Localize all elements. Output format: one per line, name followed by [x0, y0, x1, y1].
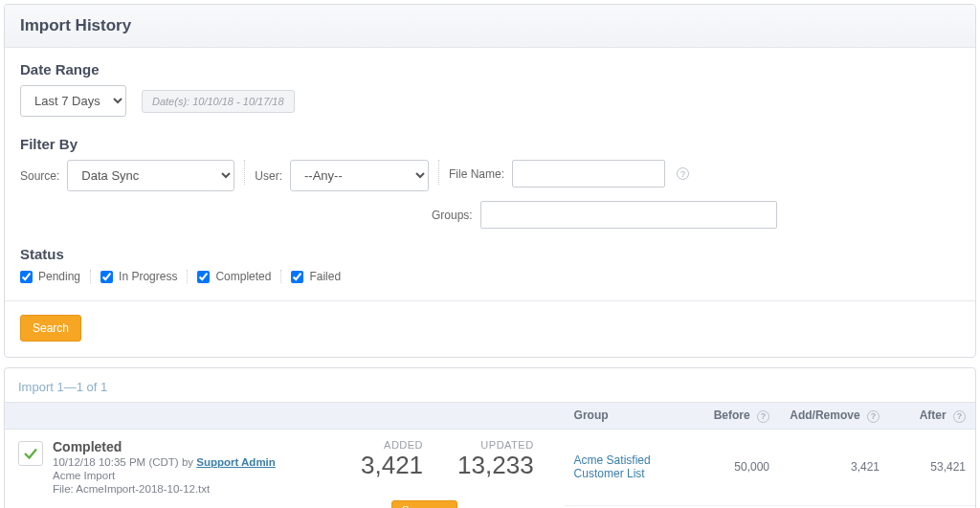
status-completed[interactable]: Completed: [197, 270, 271, 283]
after-cell: 53,421: [889, 429, 975, 505]
group-link[interactable]: Acme Satisfied Customer List: [574, 453, 651, 480]
failed-text: Failed: [309, 270, 341, 283]
help-icon[interactable]: ?: [757, 410, 769, 423]
date-range-select[interactable]: Last 7 Days: [20, 85, 126, 117]
groups-label: Groups:: [432, 209, 473, 222]
date-range-row: Last 7 Days Date(s): 10/10/18 - 10/17/18: [20, 85, 960, 117]
import-author[interactable]: Support Admin: [196, 456, 276, 468]
spacer-header: [5, 403, 565, 430]
import-meta: 10/12/18 10:35 PM (CDT) by Support Admin: [53, 456, 276, 468]
col-before: Before ?: [693, 403, 779, 430]
added-label: ADDED: [361, 439, 423, 451]
failed-checkbox[interactable]: [291, 271, 303, 283]
group-table: Group Before ? Add/Remove ? After ?: [5, 402, 975, 508]
col-after: After ?: [889, 403, 975, 430]
search-button[interactable]: Search: [20, 315, 81, 342]
separator: [187, 270, 188, 283]
help-icon[interactable]: ?: [677, 167, 689, 180]
col-addremove-text: Add/Remove: [790, 409, 859, 422]
results-panel: Import 1—1 of 1 Group Before ? Add/Remov…: [4, 367, 976, 508]
separator: [280, 270, 281, 283]
page-title: Import History: [20, 16, 960, 35]
addremove-cell: 3,421: [779, 429, 889, 505]
import-timestamp: 10/12/18 10:35 PM (CDT): [53, 456, 182, 468]
table-header-row: Group Before ? Add/Remove ? After ?: [5, 403, 975, 430]
status-pending[interactable]: Pending: [20, 270, 80, 283]
col-after-text: After: [920, 409, 947, 422]
source-filter: Source: Data Sync: [20, 160, 234, 191]
results-title: Import 1—1 of 1: [5, 368, 975, 402]
user-filter: User: --Any--: [255, 160, 429, 191]
filters-body: Date Range Last 7 Days Date(s): 10/10/18…: [5, 48, 975, 357]
import-history-panel: Import History Date Range Last 7 Days Da…: [4, 4, 976, 358]
filename-label: File Name:: [449, 167, 504, 181]
status-row: Pending In Progress Completed Failed: [20, 270, 960, 283]
status-failed[interactable]: Failed: [291, 270, 341, 283]
group-row: Completed 10/12/18 10:35 PM (CDT) by Sup…: [5, 429, 975, 505]
import-status: Completed: [53, 439, 276, 454]
updated-value: 13,233: [457, 451, 534, 480]
groups-filter: Groups:: [432, 201, 777, 229]
import-name: Acme Import: [53, 470, 276, 481]
import-file: File: AcmeImport-2018-10-12.txt: [53, 483, 276, 495]
completed-text: Completed: [215, 270, 271, 283]
filename-input[interactable]: [512, 160, 665, 188]
separator: [438, 160, 439, 185]
status-label: Status: [20, 246, 960, 262]
panel-header: Import History: [5, 5, 975, 48]
by-word: by: [182, 456, 196, 468]
updated-label: UPDATED: [457, 439, 534, 451]
filter-row-1: Source: Data Sync User: --Any-- File Nam…: [20, 160, 960, 191]
divider: [5, 300, 975, 301]
date-range-chip: Date(s): 10/10/18 - 10/17/18: [142, 90, 295, 113]
user-label: User:: [255, 169, 282, 183]
status-check-icon: [18, 441, 43, 466]
filename-filter: File Name: ?: [449, 160, 689, 188]
updated-stat: UPDATED 13,233: [440, 439, 551, 495]
source-label: Source:: [20, 169, 59, 183]
in-progress-text: In Progress: [119, 270, 177, 283]
added-stat: ADDED 3,421: [344, 439, 440, 495]
completed-checkbox[interactable]: [197, 271, 210, 283]
summary-button[interactable]: Summary: [391, 500, 457, 509]
filter-by-label: Filter By: [20, 136, 960, 152]
source-select[interactable]: Data Sync: [67, 160, 234, 191]
before-cell: 50,000: [693, 429, 779, 505]
group-name-cell: Acme Satisfied Customer List: [565, 429, 693, 505]
date-range-label: Date Range: [20, 61, 960, 77]
col-group: Group: [565, 403, 693, 430]
in-progress-checkbox[interactable]: [100, 271, 113, 283]
pending-text: Pending: [38, 270, 80, 283]
col-addremove: Add/Remove ?: [779, 403, 889, 430]
result-stats: ADDED 3,421 UPDATED 13,233: [344, 439, 551, 495]
separator: [244, 160, 245, 185]
filter-row-2: Groups:: [432, 201, 960, 229]
checkmark-icon: [22, 445, 39, 462]
added-value: 3,421: [361, 451, 423, 480]
pending-checkbox[interactable]: [20, 271, 33, 283]
result-left: Completed 10/12/18 10:35 PM (CDT) by Sup…: [18, 439, 334, 495]
help-icon[interactable]: ?: [867, 410, 880, 423]
user-select[interactable]: --Any--: [290, 160, 429, 191]
col-before-text: Before: [714, 409, 750, 422]
separator: [90, 270, 91, 283]
help-icon[interactable]: ?: [953, 410, 966, 423]
groups-input[interactable]: [480, 201, 777, 229]
status-in-progress[interactable]: In Progress: [100, 270, 177, 283]
